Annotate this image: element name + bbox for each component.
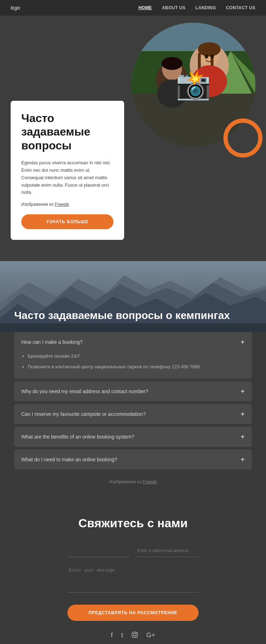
svg-rect-24: [132, 632, 137, 638]
form-group-email: [136, 544, 199, 557]
mountains-faq-title: Часто задаваемые вопросы о кемпингах: [14, 309, 252, 321]
hero-card-title: Часто задаваемые вопросы: [21, 111, 113, 152]
twitter-icon[interactable]: t: [121, 632, 123, 640]
faq-item: Why do you need my email address and con…: [14, 381, 252, 401]
name-input[interactable]: [67, 544, 130, 557]
faq-freepik-attr: Изображение из Freepik: [14, 472, 252, 491]
hero-freepik-attr: Изображение из Freepik: [21, 201, 113, 208]
faq-toggle-2[interactable]: +: [240, 388, 245, 395]
faq-item: How can I make a booking? + Бронируйте о…: [14, 332, 252, 379]
google-plus-icon[interactable]: G+: [146, 632, 155, 640]
hero-card-description: Egestas purus viverra accumsan in nisl n…: [21, 159, 113, 196]
faq-toggle-3[interactable]: +: [240, 411, 245, 418]
faq-question-2[interactable]: Why do you need my email address and con…: [14, 381, 252, 401]
faq-item: What do I need to make an online booking…: [14, 450, 252, 469]
faq-question-5[interactable]: What do I need to make an online booking…: [14, 450, 252, 469]
form-row-name-email: [67, 544, 199, 557]
faq-item: Can I reserve my favourite campsite or a…: [14, 404, 252, 424]
faq-toggle-1[interactable]: +: [240, 338, 245, 346]
social-icons: f t G+: [14, 632, 252, 640]
navbar: logo HOME ABOUT US LANDING CONTACT US: [0, 0, 266, 16]
svg-point-13: [205, 54, 208, 59]
faq-item: What are the benefits of an online booki…: [14, 427, 252, 447]
svg-point-12: [192, 65, 227, 97]
svg-point-14: [210, 54, 214, 59]
form-group-name: [67, 544, 130, 557]
svg-point-17: [161, 57, 183, 70]
faq-accordion-section: How can I make a booking? + Бронируйте о…: [0, 332, 266, 499]
faq-answer-1: Бронируйте онлайн 24/7 Позвоните в конта…: [14, 352, 252, 379]
svg-rect-23: [0, 323, 266, 332]
email-input[interactable]: [136, 544, 199, 557]
hero-section: Часто задаваемые вопросы Egestas purus v…: [0, 16, 266, 261]
orange-circle-decoration: [223, 119, 262, 158]
svg-point-18: [157, 79, 187, 108]
nav-about[interactable]: ABOUT US: [162, 5, 185, 10]
svg-rect-10: [198, 53, 201, 72]
svg-point-25: [133, 633, 136, 636]
mountains-section: Часто задаваемые вопросы о кемпингах: [0, 261, 266, 332]
nav-contact[interactable]: CONTACT US: [226, 5, 255, 10]
nav-landing[interactable]: LANDING: [195, 5, 216, 10]
faq-toggle-5[interactable]: +: [240, 456, 245, 463]
faq-question-4[interactable]: What are the benefits of an online booki…: [14, 427, 252, 447]
faq-question-1[interactable]: How can I make a booking? +: [14, 332, 252, 352]
contact-title: Свяжитесь с нами: [14, 516, 252, 530]
faq-hero-card: Часто задаваемые вопросы Egestas purus v…: [11, 101, 124, 240]
faq-toggle-4[interactable]: +: [240, 433, 245, 440]
logo: logo: [11, 5, 20, 11]
instagram-icon[interactable]: [132, 632, 138, 640]
contact-form: ПРЕДСТАВЛЯТЬ НА РАССМОТРЕНИЕ: [67, 544, 199, 632]
message-textarea[interactable]: [67, 564, 199, 593]
hero-cta-button[interactable]: УЗНАТЬ БОЛЬШЕ: [21, 214, 113, 229]
nav-home[interactable]: HOME: [138, 5, 152, 10]
facebook-icon[interactable]: f: [111, 632, 113, 640]
contact-section: Свяжитесь с нами ПРЕДСТАВЛЯТЬ НА РАССМОТ…: [0, 499, 266, 644]
nav-links: HOME ABOUT US LANDING CONTACT US: [138, 5, 255, 10]
svg-point-26: [136, 633, 137, 634]
svg-point-9: [198, 42, 221, 56]
submit-button[interactable]: ПРЕДСТАВЛЯТЬ НА РАССМОТРЕНИЕ: [67, 605, 199, 621]
faq-question-3[interactable]: Can I reserve my favourite campsite or a…: [14, 404, 252, 424]
